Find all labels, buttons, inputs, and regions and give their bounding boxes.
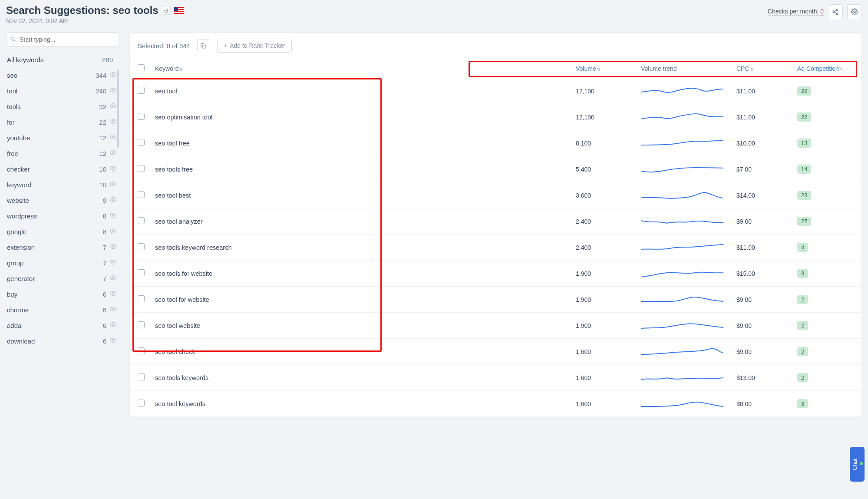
eye-icon[interactable]: [110, 290, 116, 298]
sidebar-filter-item[interactable]: website 9: [6, 192, 119, 208]
plus-icon: +: [224, 42, 227, 49]
table-row[interactable]: seo tools for website 1,900 $15.00 3: [130, 261, 861, 287]
row-checkbox[interactable]: [138, 217, 145, 224]
sidebar-filter-item[interactable]: checker 10: [6, 161, 119, 177]
table-row[interactable]: seo tools keyword research 2,400 $11.00 …: [130, 235, 861, 261]
svg-point-11: [112, 168, 114, 169]
sidebar-filter-item[interactable]: tool 240: [6, 83, 119, 99]
row-checkbox[interactable]: [138, 373, 145, 380]
sidebar-filter-item[interactable]: wordpress 8: [6, 208, 119, 224]
sidebar-item-label: wordpress: [7, 212, 94, 220]
table-row[interactable]: seo tool keywords 1,600 $8.00 3: [130, 391, 861, 417]
sidebar-filter-item[interactable]: group 7: [6, 255, 119, 271]
sidebar-search-input[interactable]: [6, 32, 119, 47]
svg-point-21: [112, 324, 114, 326]
row-checkbox[interactable]: [138, 295, 145, 302]
table-row[interactable]: seo tool free 8,100 $10.00 13: [130, 130, 861, 156]
row-checkbox[interactable]: [138, 165, 145, 172]
table-row[interactable]: seo optimisation tool 12,100 $11.00 22: [130, 104, 861, 130]
sidebar-filter-item[interactable]: chrome 6: [6, 302, 119, 317]
cell-ad-competition: 2: [797, 295, 854, 304]
eye-icon[interactable]: [110, 337, 116, 345]
table-row[interactable]: seo tool analyzer 2,400 $9.00 27: [130, 208, 861, 235]
sidebar-item-label: generator: [7, 275, 94, 282]
sidebar-filter-item[interactable]: keyword 10: [6, 177, 119, 192]
sidebar-filter-item[interactable]: free 12: [6, 145, 119, 161]
table-row[interactable]: seo tool best 3,600 $14.00 23: [130, 182, 861, 208]
cell-trend: [641, 162, 736, 176]
eye-icon[interactable]: [110, 243, 116, 251]
sidebar-item-count: 92: [94, 103, 106, 110]
google-badge: G: [162, 6, 171, 15]
sidebar-item-count: 10: [94, 181, 106, 188]
sidebar-item-count: 7: [94, 244, 106, 251]
eye-icon[interactable]: [110, 321, 116, 329]
table-row[interactable]: seo tool 12,100 $11.00 22: [130, 78, 861, 104]
sidebar-item-count: 6: [94, 337, 106, 345]
sidebar-filter-item[interactable]: download 6: [6, 333, 119, 347]
eye-icon[interactable]: [110, 87, 116, 95]
row-checkbox[interactable]: [138, 243, 145, 250]
settings-button[interactable]: [847, 4, 862, 19]
sidebar-filter-item[interactable]: google 8: [6, 224, 119, 239]
sidebar-filter-item[interactable]: adda 6: [6, 317, 119, 333]
row-checkbox[interactable]: [138, 87, 145, 94]
sidebar-filter-item[interactable]: generator 7: [6, 271, 119, 286]
row-checkbox[interactable]: [138, 347, 145, 354]
row-checkbox[interactable]: [138, 321, 145, 328]
table-row[interactable]: seo tools keywords 1,600 $13.00 2: [130, 365, 861, 391]
cell-ad-competition: 2: [797, 347, 854, 356]
sidebar-filter-item[interactable]: buy 6: [6, 286, 119, 302]
sidebar-filter-item[interactable]: extension 7: [6, 239, 119, 255]
table-row[interactable]: seo tool check 1,600 $9.00 2: [130, 339, 861, 365]
cell-keyword: seo tool: [155, 88, 576, 95]
sidebar-item-label: website: [7, 197, 94, 204]
cell-trend: [641, 345, 736, 358]
cell-keyword: seo tool keywords: [155, 400, 576, 407]
copy-button[interactable]: [197, 39, 210, 52]
eye-icon[interactable]: [110, 165, 116, 173]
eye-icon[interactable]: [110, 134, 116, 142]
eye-icon[interactable]: [110, 181, 116, 188]
selection-count: Selected: 0 of 344: [138, 42, 190, 50]
sidebar-filter-item[interactable]: tools 92: [6, 99, 119, 114]
svg-point-3: [854, 11, 855, 13]
sidebar-filter-item[interactable]: youtube 12: [6, 130, 119, 145]
cell-ad-competition: 2: [797, 321, 854, 330]
cell-cpc: $9.00: [736, 322, 797, 329]
cell-cpc: $11.00: [736, 244, 797, 251]
eye-icon[interactable]: [110, 71, 116, 79]
sidebar-all-keywords[interactable]: All keywords 289: [6, 52, 119, 67]
eye-icon[interactable]: [110, 259, 116, 267]
eye-icon[interactable]: [110, 228, 116, 235]
sidebar-item-label: for: [7, 119, 94, 126]
eye-icon[interactable]: [110, 274, 116, 282]
eye-icon[interactable]: [110, 306, 116, 314]
sidebar-item-count: 10: [94, 165, 106, 173]
sidebar-filter-item[interactable]: for 22: [6, 114, 119, 130]
row-checkbox[interactable]: [138, 400, 145, 406]
eye-icon[interactable]: [110, 102, 116, 110]
sidebar-filter-item[interactable]: seo 344: [6, 67, 119, 83]
svg-point-22: [112, 340, 114, 341]
row-checkbox[interactable]: [138, 269, 145, 276]
select-all-checkbox[interactable]: [138, 64, 145, 71]
cell-volume: 1,600: [576, 374, 641, 381]
table-row[interactable]: seo tool for website 1,900 $9.00 2: [130, 287, 861, 313]
svg-point-9: [112, 136, 114, 138]
row-checkbox[interactable]: [138, 113, 145, 120]
add-to-rank-tracker-button[interactable]: + Add to Rank Tracker: [217, 39, 292, 53]
sidebar-item-count: 7: [94, 275, 106, 282]
cell-trend: [641, 319, 736, 332]
row-checkbox[interactable]: [138, 139, 145, 146]
sidebar-item-count: 8: [94, 212, 106, 220]
eye-icon[interactable]: [110, 196, 116, 204]
eye-icon[interactable]: [110, 149, 116, 157]
row-checkbox[interactable]: [138, 191, 145, 198]
eye-icon[interactable]: [110, 118, 116, 126]
share-button[interactable]: [828, 4, 843, 19]
table-row[interactable]: seo tools free 5,400 $7.00 14: [130, 156, 861, 182]
sidebar-item-count: 344: [94, 72, 106, 79]
table-row[interactable]: seo tool website 1,900 $9.00 2: [130, 313, 861, 339]
eye-icon[interactable]: [110, 212, 116, 220]
